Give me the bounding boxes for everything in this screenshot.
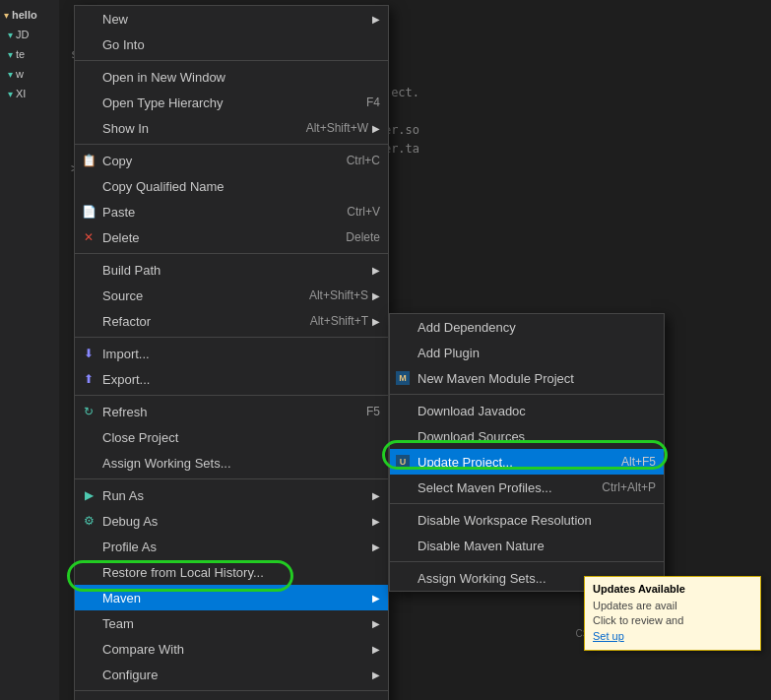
tooltip-link-container: Set up [593,629,752,644]
arrow-icon-configure: ▶ [372,669,380,680]
arrow-icon-compare: ▶ [372,644,380,655]
delete-icon: ✕ [81,229,96,245]
arrow-icon-build-path: ▶ [372,265,380,276]
tooltip-title: Updates Available [593,583,752,595]
menu-item-open-new-window[interactable]: Open in New Window [75,64,388,90]
separator-6 [75,478,388,479]
maven-submenu: Add Dependency Add Plugin M New Maven Mo… [389,313,665,592]
separator-4 [75,337,388,338]
maven-module-icon: M [396,371,410,385]
arrow-icon-show-in: ▶ [372,123,380,134]
menu-item-assign-working-sets[interactable]: Assign Working Sets... [75,450,388,476]
arrow-icon-run: ▶ [372,490,380,501]
menu-item-new[interactable]: New ▶ [75,6,388,32]
menu-item-open-type-hierarchy[interactable]: Open Type Hierarchy F4 [75,90,388,115]
debug-icon: ⚙ [81,513,96,529]
primary-context-menu: New ▶ Go Into Open in New Window Open Ty… [74,5,389,700]
copy-icon: 📋 [81,153,96,168]
tooltip-text-1: Updates are avail [593,599,752,613]
menu-item-run-as[interactable]: ▶ Run As ▶ [75,482,388,508]
menu-item-refactor[interactable]: Refactor Alt+Shift+T ▶ [75,308,388,334]
separator-7 [75,690,388,691]
menu-item-refresh[interactable]: ↻ Refresh F5 [75,399,388,424]
arrow-icon-debug: ▶ [372,516,380,527]
menu-item-update-project[interactable]: U Update Project... Alt+F5 [390,449,664,475]
separator-1 [75,60,388,61]
menu-item-team[interactable]: Team ▶ [75,610,388,636]
maven-sep-3 [390,561,664,562]
menu-item-restore-local[interactable]: Restore from Local History... [75,559,388,585]
paste-icon: 📄 [81,204,96,220]
menu-item-build-path[interactable]: Build Path ▶ [75,257,388,283]
menu-item-copy[interactable]: 📋 Copy Ctrl+C [75,148,388,173]
arrow-icon-refactor: ▶ [372,316,380,327]
menu-item-paste[interactable]: 📄 Paste Ctrl+V [75,199,388,224]
menu-item-download-sources[interactable]: Download Sources [390,423,664,449]
menu-item-source[interactable]: Source Alt+Shift+S ▶ [75,283,388,308]
menu-item-configure[interactable]: Configure ▶ [75,662,388,687]
update-project-icon: U [396,455,410,469]
arrow-icon-new: ▶ [372,14,380,25]
menu-item-select-profiles[interactable]: Select Maven Profiles... Ctrl+Alt+P [390,475,664,500]
separator-5 [75,395,388,396]
export-icon: ⬆ [81,371,96,387]
arrow-icon-profile: ▶ [372,541,380,552]
menu-item-delete[interactable]: ✕ Delete Delete [75,224,388,250]
maven-sep-2 [390,503,664,504]
menu-item-profile-as[interactable]: Profile As ▶ [75,534,388,559]
menu-item-import[interactable]: ⬇ Import... [75,341,388,366]
menu-item-disable-maven[interactable]: Disable Maven Nature [390,533,664,558]
separator-2 [75,144,388,145]
menu-item-show-in[interactable]: Show In Alt+Shift+W ▶ [75,115,388,141]
arrow-icon-source: ▶ [372,290,380,301]
menu-item-add-plugin[interactable]: Add Plugin [390,340,664,365]
menu-item-debug-as[interactable]: ⚙ Debug As ▶ [75,508,388,534]
menu-item-new-maven-module[interactable]: M New Maven Module Project [390,365,664,391]
menu-item-compare-with[interactable]: Compare With ▶ [75,636,388,662]
menu-item-maven[interactable]: Maven ▶ [75,585,388,610]
run-icon: ▶ [81,487,96,503]
maven-sep-1 [390,394,664,395]
menu-item-download-javadoc[interactable]: Download Javadoc [390,398,664,423]
menu-item-validate[interactable]: ✓ Validate [75,694,388,700]
updates-tooltip: Updates Available Updates are avail Clic… [584,576,761,651]
tooltip-text-2: Click to review and [593,613,752,628]
menu-item-go-into[interactable]: Go Into [75,32,388,57]
menu-item-export[interactable]: ⬆ Export... [75,366,388,392]
menu-item-close-project[interactable]: Close Project [75,424,388,450]
menu-item-disable-workspace[interactable]: Disable Workspace Resolution [390,507,664,533]
arrow-icon-maven: ▶ [372,593,380,604]
refresh-icon: ↻ [81,404,96,419]
separator-3 [75,253,388,254]
import-icon: ⬇ [81,346,96,361]
menu-item-add-dependency[interactable]: Add Dependency [390,314,664,340]
setup-link[interactable]: Set up [593,630,624,642]
arrow-icon-team: ▶ [372,618,380,629]
menu-item-copy-qualified[interactable]: Copy Qualified Name [75,173,388,199]
